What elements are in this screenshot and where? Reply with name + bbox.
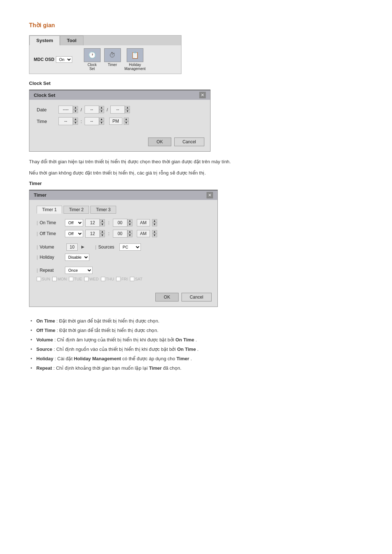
- day-wed-checkbox[interactable]: [84, 277, 89, 281]
- holiday-desc2: có thể được áp dụng cho: [122, 356, 176, 361]
- off-time-min-arrows[interactable]: ▲ ▼: [127, 230, 132, 237]
- clock-set-icon-item[interactable]: 🕐 ClockSet: [84, 48, 101, 71]
- timer-tab-1[interactable]: Timer 1: [37, 206, 62, 214]
- on-time-min-spin[interactable]: 00 ▲ ▼: [113, 219, 132, 227]
- bullet-on-time: On Time : Đặt thời gian để bật thiết bị …: [29, 317, 363, 325]
- holiday-row: | Holiday Disable Enable: [37, 254, 210, 261]
- time-hour-spin[interactable]: -- ▲ ▼: [58, 117, 78, 125]
- date-day-spin[interactable]: -- ▲ ▼: [110, 106, 130, 114]
- timer-close-button[interactable]: ✕: [207, 192, 213, 198]
- date-day-up[interactable]: ▲: [125, 106, 130, 110]
- off-time-min-spin[interactable]: 00 ▲ ▼: [113, 230, 132, 238]
- sources-label: | Sources: [95, 245, 114, 250]
- day-sun-checkbox[interactable]: [37, 277, 41, 281]
- on-time-ampm-up[interactable]: ▲: [152, 219, 157, 223]
- off-time-select[interactable]: Off On: [65, 230, 83, 237]
- date-month-down[interactable]: ▼: [99, 110, 104, 113]
- timer-buttons: OK Cancel: [29, 290, 217, 307]
- day-sat-label: SAT: [135, 277, 143, 281]
- date-year-spin[interactable]: ---- ▲ ▼: [58, 106, 78, 114]
- on-time-hour-down[interactable]: ▼: [100, 223, 105, 226]
- clock-set-cancel-button[interactable]: Cancel: [174, 138, 204, 146]
- clock-set-close-button[interactable]: ✕: [199, 92, 206, 98]
- time-ampm-down[interactable]: ▼: [124, 121, 129, 125]
- date-day-arrows[interactable]: ▲ ▼: [125, 106, 130, 113]
- date-month-up[interactable]: ▲: [99, 106, 104, 110]
- clock-set-dialog: Clock Set ✕ Date ---- ▲ ▼ / -- ▲ ▼: [29, 90, 211, 152]
- time-hour-down[interactable]: ▼: [73, 121, 78, 125]
- date-day-down[interactable]: ▼: [125, 110, 130, 113]
- holiday-icon: 📋: [127, 48, 143, 62]
- time-hour-up[interactable]: ▲: [73, 118, 78, 121]
- tab-system[interactable]: System: [29, 36, 60, 45]
- day-thu-checkbox[interactable]: [101, 277, 105, 281]
- source-desc: : Chỉ định nguồn vào của thiết bị hiển t…: [54, 346, 177, 352]
- time-ampm-arrows[interactable]: ▲ ▼: [124, 118, 129, 125]
- day-mon[interactable]: MON: [52, 277, 67, 281]
- off-time-min-down[interactable]: ▼: [127, 234, 132, 237]
- time-min-arrows[interactable]: ▲ ▼: [99, 118, 104, 125]
- timer-tab-2[interactable]: Timer 2: [64, 206, 89, 214]
- on-time-min-up[interactable]: ▲: [127, 219, 132, 223]
- date-year-down[interactable]: ▼: [73, 110, 78, 113]
- timer-cancel-button[interactable]: Cancel: [181, 293, 212, 301]
- time-ampm-up[interactable]: ▲: [124, 118, 129, 121]
- day-mon-checkbox[interactable]: [52, 277, 57, 281]
- date-year-up[interactable]: ▲: [73, 106, 78, 110]
- day-fri[interactable]: FRI: [116, 277, 128, 281]
- off-time-text: Off Time: [40, 231, 56, 236]
- off-time-hour-up[interactable]: ▲: [100, 230, 105, 234]
- timer-tab-3[interactable]: Timer 3: [90, 206, 116, 214]
- day-fri-checkbox[interactable]: [116, 277, 121, 281]
- day-wed-label: WED: [89, 277, 99, 281]
- day-thu[interactable]: THU: [101, 277, 114, 281]
- off-time-min-up[interactable]: ▲: [127, 230, 132, 234]
- day-wed[interactable]: WED: [84, 277, 99, 281]
- timer-ok-button[interactable]: OK: [155, 293, 178, 301]
- off-time-hour-arrows[interactable]: ▲ ▼: [100, 230, 105, 237]
- day-sat-checkbox[interactable]: [130, 277, 134, 281]
- on-time-min-arrows[interactable]: ▲ ▼: [127, 219, 132, 226]
- source-on-time-bold: On Time: [177, 346, 196, 352]
- volume-right-arrow[interactable]: ▶: [81, 245, 84, 249]
- on-time-ampm-down[interactable]: ▼: [152, 223, 157, 226]
- timer-icon-item[interactable]: ⏱ Timer: [104, 48, 121, 71]
- time-min-spin[interactable]: -- ▲ ▼: [85, 117, 104, 125]
- time-min-up[interactable]: ▲: [99, 118, 104, 121]
- on-time-min-down[interactable]: ▼: [127, 223, 132, 226]
- day-tue-checkbox[interactable]: [69, 277, 73, 281]
- off-time-ampm-up[interactable]: ▲: [152, 230, 157, 234]
- on-time-select[interactable]: Off On: [65, 219, 83, 226]
- date-month-arrows[interactable]: ▲ ▼: [99, 106, 104, 113]
- repeat-desc2: đã chọn.: [163, 365, 181, 371]
- on-time-hour-spin[interactable]: 12 ▲ ▼: [85, 219, 105, 227]
- on-time-hour-arrows[interactable]: ▲ ▼: [100, 219, 105, 226]
- holiday-icon-item[interactable]: 📋 HolidayManagement: [124, 48, 146, 71]
- time-hour-arrows[interactable]: ▲ ▼: [73, 118, 78, 125]
- clock-set-label: ClockSet: [87, 63, 97, 71]
- bullet-source: Source : Chỉ định nguồn vào của thiết bị…: [29, 345, 363, 353]
- volume-text: Volume: [40, 245, 54, 250]
- day-tue[interactable]: TUE: [69, 277, 82, 281]
- off-time-ampm-down[interactable]: ▼: [152, 234, 157, 237]
- holiday-timer-bold: Timer: [176, 356, 189, 361]
- off-time-ampm: AM: [137, 230, 150, 237]
- mdc-osd-select[interactable]: On Off: [56, 56, 72, 63]
- time-min-down[interactable]: ▼: [99, 121, 104, 125]
- clock-set-ok-button[interactable]: OK: [148, 138, 171, 146]
- day-sun[interactable]: SUN: [37, 277, 50, 281]
- tab-tool[interactable]: Tool: [60, 36, 83, 45]
- off-time-hour-down[interactable]: ▼: [100, 234, 105, 237]
- on-time-sep: :: [107, 220, 111, 225]
- off-time-hour-spin[interactable]: 12 ▲ ▼: [85, 230, 105, 238]
- date-year-arrows[interactable]: ▲ ▼: [73, 106, 78, 113]
- on-time-ampm-arrows[interactable]: ▲ ▼: [152, 219, 157, 226]
- repeat-select[interactable]: Once Everyday Mon~Fri Mon~Sat Sat~Sun Ma…: [65, 267, 93, 274]
- sources-select[interactable]: PC HDMI DVI: [119, 243, 141, 251]
- holiday-select[interactable]: Disable Enable: [65, 254, 89, 261]
- date-month-spin[interactable]: -- ▲ ▼: [85, 106, 104, 114]
- day-sat[interactable]: SAT: [130, 277, 143, 281]
- on-time-hour-up[interactable]: ▲: [100, 219, 105, 223]
- time-controls: -- ▲ ▼ : -- ▲ ▼ PM ▲ ▼: [58, 117, 129, 125]
- off-time-ampm-arrows[interactable]: ▲ ▼: [152, 230, 157, 237]
